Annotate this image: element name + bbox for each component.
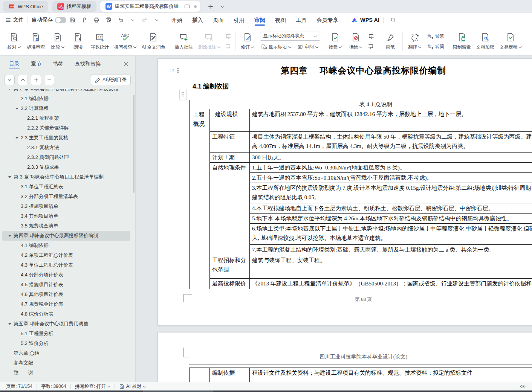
encrypt-button[interactable]: 文档加密: [474, 29, 496, 53]
toc-item[interactable]: 3.5 规费税金清单: [2, 221, 130, 231]
toc-item[interactable]: 第四章 邛崃会议中心最高投标限价编制: [2, 231, 130, 241]
collapse-arrow-icon[interactable]: [22, 127, 27, 129]
print-preview-button[interactable]: [104, 15, 113, 25]
collapse-arrow-icon[interactable]: [8, 89, 14, 90]
brush-button[interactable]: 画笔: [381, 29, 400, 53]
toc-item[interactable]: 致 谢: [2, 368, 130, 378]
wps-ai-button[interactable]: WPS AI: [351, 17, 379, 23]
reject-button[interactable]: 拒绝: [346, 29, 365, 53]
collapse-arrow-icon[interactable]: [15, 274, 21, 276]
toc-item[interactable]: 2.2.1 流程框架: [2, 113, 130, 123]
collapse-arrow-icon[interactable]: [15, 245, 21, 247]
document-page-68[interactable]: H1 第四章 邛崃会议中心最高投标限价编制 4.1 编制依据 表 4-1 总说明…: [157, 58, 532, 326]
paragraph-drag-dots-icon[interactable]: [177, 68, 180, 73]
collapse-arrow-icon[interactable]: [15, 206, 21, 207]
delete-comment-button[interactable]: 删除批注: [196, 29, 222, 53]
toc-item[interactable]: 第六章 总结: [2, 348, 130, 358]
collapse-arrow-icon[interactable]: [8, 372, 14, 374]
toc-item[interactable]: 3.4 其他项目清单: [2, 211, 130, 221]
collapse-arrow-icon[interactable]: [15, 98, 21, 100]
menu-tab[interactable]: 开始: [171, 13, 182, 27]
collapse-arrow-icon[interactable]: [15, 186, 21, 188]
markup-state-select[interactable]: 显示标记的最终状态: [260, 32, 320, 41]
redo-button[interactable]: [140, 15, 150, 25]
finalize-button[interactable]: 文档定稿: [498, 29, 524, 53]
tab-document-active[interactable]: W 建筑安装工程最高投标限价编: [100, 1, 200, 12]
collapse-arrow-icon[interactable]: [15, 225, 21, 227]
sidebar-scrollbar[interactable]: [133, 95, 135, 193]
save-button[interactable]: [67, 15, 77, 25]
menu-tab[interactable]: 审阅: [254, 13, 265, 27]
collapse-arrow-icon[interactable]: [15, 255, 21, 256]
toc-item[interactable]: 2.3.1 复核方法: [2, 143, 130, 153]
translate-button[interactable]: 文A 翻译: [405, 29, 424, 53]
menu-tab[interactable]: 视图: [275, 13, 286, 27]
toc-item[interactable]: 3.2 分部分项工程量清单表: [2, 192, 130, 201]
expand-all-button[interactable]: [18, 75, 28, 85]
toc-item[interactable]: 第 2 章 邛崃会议中心项目清单工程量计算及复核: [2, 89, 130, 94]
tab-list-chevron[interactable]: [218, 2, 227, 11]
collapse-arrow-icon[interactable]: [22, 166, 27, 168]
spell-check-button[interactable]: ABC 拼写检查: [112, 29, 138, 53]
collapse-arrow-icon[interactable]: [15, 333, 21, 335]
new-tab-button[interactable]: [206, 2, 216, 11]
autosave-control[interactable]: 自动保存: [32, 17, 66, 23]
word-count-button[interactable]: 12 字数统计: [89, 29, 111, 53]
proofread-button[interactable]: 校对: [5, 29, 23, 53]
accept-button[interactable]: 接受: [326, 29, 345, 53]
sidebar-tab[interactable]: 目录: [9, 56, 20, 72]
insert-comment-button[interactable]: 插入批注: [173, 29, 195, 53]
collapse-arrow-icon[interactable]: [15, 294, 21, 296]
toolbar-options-chevron[interactable]: [152, 15, 162, 25]
close-sidebar-button[interactable]: [122, 60, 130, 68]
menu-tab[interactable]: 会员专享: [316, 13, 338, 27]
toc-item[interactable]: 5.1 工程量分析: [2, 329, 130, 339]
toc-item[interactable]: 4.4 分部分项计价表: [2, 270, 130, 280]
toc-item[interactable]: 2.3.2 典型问题处理: [2, 153, 130, 162]
toc-item[interactable]: 4.8 综价分析表: [2, 309, 130, 319]
split-window-icon[interactable]: [184, 4, 190, 9]
restrict-edit-button[interactable]: 限制编辑: [451, 29, 473, 53]
tab-docer-templates[interactable]: AI 找稻壳模板: [52, 1, 96, 12]
toc-item[interactable]: 4.3 单位工程汇总计价表: [2, 260, 130, 270]
collapse-arrow-icon[interactable]: [22, 117, 27, 119]
toc-item[interactable]: 4.5 措施项目计价表: [2, 280, 130, 290]
toc-item[interactable]: 2.3.3 复核成果: [2, 162, 130, 172]
toc-item[interactable]: 第 3 章 邛崃会议中心项目工程量清单编制: [2, 172, 130, 182]
ai-proofread-button[interactable]: AI 校对: [119, 383, 146, 390]
collapse-arrow-icon[interactable]: [15, 264, 21, 266]
toc-scroll-area[interactable]: 第 2 章 邛崃会议中心项目清单工程量计算及复核 2.1 编制依据 2.2 计算…: [0, 89, 133, 382]
print-button[interactable]: [92, 15, 101, 25]
ai-polish-button[interactable]: AI 全文润色: [140, 29, 167, 53]
to-simplified-button[interactable]: 繁 转简: [426, 42, 445, 50]
menu-tab[interactable]: 页面: [213, 13, 224, 27]
tab-wps-home[interactable]: W WPS Office: [3, 1, 48, 12]
previous-comment-button[interactable]: [224, 32, 232, 40]
toc-item[interactable]: 3.3 措施项目清单: [2, 201, 130, 211]
table-continuation[interactable]: 编制依据 程设计文件及相关资料；与建设工程项目有关的标准、规范、技术资料；拟定的…: [189, 368, 532, 382]
ai-detect-toc-button[interactable]: AI识别目录: [91, 75, 131, 85]
compare-button[interactable]: 比较: [48, 29, 67, 53]
toc-item[interactable]: 参考文献: [2, 358, 130, 368]
toc-item[interactable]: 2.3 主要工程量的复核: [2, 133, 130, 143]
autosave-toggle[interactable]: [55, 17, 66, 23]
to-traditional-button[interactable]: 简 转繁: [426, 32, 445, 40]
next-comment-button[interactable]: [224, 42, 232, 50]
toc-item[interactable]: 5.2 造价分析: [2, 339, 130, 348]
eye-protection-button[interactable]: [520, 383, 526, 390]
collapse-arrow-icon[interactable]: [15, 215, 21, 217]
zoom-out-button[interactable]: [44, 75, 54, 85]
sidebar-tab[interactable]: 查找和替换: [75, 56, 101, 72]
undo-options-chevron[interactable]: [128, 15, 138, 25]
collapse-arrow-icon[interactable]: [8, 235, 14, 237]
show-markup-button[interactable]: 显示标记: [260, 43, 292, 51]
sidebar-tab[interactable]: 章节: [31, 56, 41, 72]
toc-item[interactable]: 4.6 其他项目计价表: [2, 290, 130, 299]
previous-revision-button[interactable]: [367, 32, 375, 40]
toc-item[interactable]: 3.1 单位工程汇总表: [2, 182, 130, 192]
collapse-arrow-icon[interactable]: [15, 108, 21, 110]
review-pane-button[interactable]: 审阅: [296, 43, 320, 51]
collapse-arrow-icon[interactable]: [22, 157, 27, 159]
menu-tab[interactable]: 插入: [192, 13, 203, 27]
document-page-69[interactable]: 四川工业科技学院本科毕业设计(论文) 编制依据 程设计文件及相关资料；与建设工程…: [157, 332, 532, 382]
